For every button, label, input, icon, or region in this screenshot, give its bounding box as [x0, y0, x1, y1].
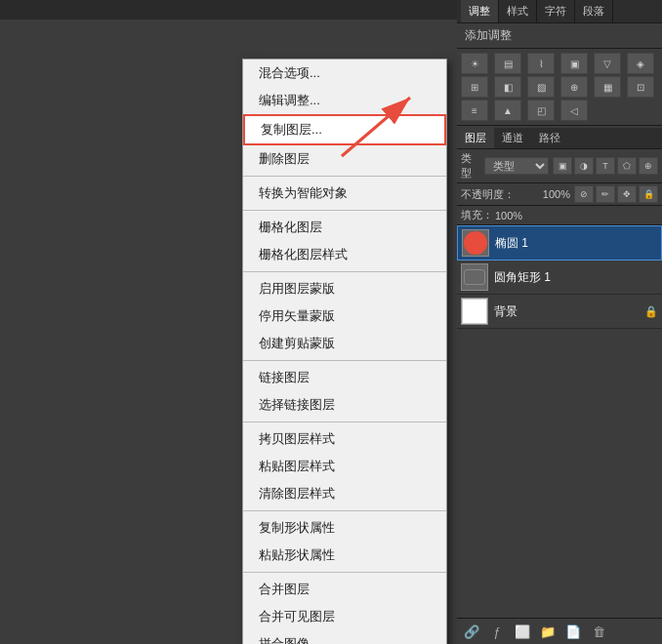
filter-pixel-icon[interactable]: ▣ [553, 157, 572, 175]
adj-levels-icon[interactable]: ▤ [494, 53, 521, 74]
panel-subtitle: 添加调整 [457, 23, 662, 49]
add-style-icon[interactable]: ƒ [486, 622, 508, 641]
tab-styles[interactable]: 样式 [499, 0, 537, 22]
adj-selectivecolor-icon[interactable]: ◁ [560, 100, 588, 121]
menu-separator [243, 271, 446, 272]
layer-item-roundrect[interactable]: 圆角矩形 1 [457, 261, 662, 295]
menu-separator [243, 572, 446, 573]
menu-item-粘贴形状属性[interactable]: 粘贴形状属性 [243, 542, 446, 569]
lock-position-icon[interactable]: ✥ [617, 185, 637, 203]
layers-section: 图层 通道 路径 类型 类型 ▣ ◑ T ⬠ ⊕ 不透明度： 100% ⊘ ✏ [457, 128, 662, 329]
adj-bw-icon[interactable]: ◧ [494, 76, 521, 98]
menu-item-编辑调整[interactable]: 编辑调整... [243, 87, 446, 114]
menu-item-栅格化图层样式[interactable]: 栅格化图层样式 [243, 241, 446, 268]
lock-transparent-icon[interactable]: ⊘ [574, 185, 594, 203]
delete-layer-icon[interactable]: 🗑 [588, 622, 609, 641]
menu-item-复制图层[interactable]: 复制图层... [243, 114, 446, 145]
layer-item-ellipse[interactable]: 椭圆 1 [457, 225, 662, 261]
menu-item-拷贝图层样式[interactable]: 拷贝图层样式 [243, 425, 446, 453]
layer-name-ellipse: 椭圆 1 [495, 235, 657, 252]
menu-item-混合选项[interactable]: 混合选项... [243, 60, 446, 87]
adj-photo-icon[interactable]: ▨ [527, 76, 555, 98]
menu-item-复制形状属性[interactable]: 复制形状属性 [243, 514, 446, 542]
tab-adjustments[interactable]: 调整 [461, 0, 499, 22]
menu-item-启用图层蒙版[interactable]: 启用图层蒙版 [243, 275, 446, 302]
layer-kind-row: 类型 类型 ▣ ◑ T ⬠ ⊕ [457, 149, 662, 183]
filter-type-icon[interactable]: T [596, 157, 615, 175]
menu-separator [243, 422, 446, 423]
adj-brightness-icon[interactable]: ☀ [461, 53, 488, 74]
fill-value: 100% [495, 210, 522, 221]
background-lock-icon: 🔒 [644, 305, 658, 318]
layer-kind-select[interactable]: 类型 [484, 157, 549, 175]
layer-thumb-background [461, 298, 488, 325]
opacity-row: 不透明度： 100% ⊘ ✏ ✥ 🔒 [457, 183, 662, 206]
link-layers-icon[interactable]: 🔗 [461, 622, 482, 641]
background-thumb-icon [462, 299, 487, 324]
adj-invert-icon[interactable]: ⊡ [627, 76, 654, 98]
adj-posterize-icon[interactable]: ≡ [461, 100, 488, 121]
menu-item-合并图层[interactable]: 合并图层 [243, 576, 446, 603]
adj-threshold-icon[interactable]: ▲ [494, 100, 521, 121]
menu-separator [243, 176, 446, 177]
menu-item-选择链接图层[interactable]: 选择链接图层 [243, 391, 446, 419]
tab-channels[interactable]: 通道 [494, 128, 531, 148]
tab-character[interactable]: 字符 [537, 0, 575, 22]
new-layer-icon[interactable]: 📄 [562, 622, 584, 641]
adjustments-icon-grid: ☀ ▤ ⌇ ▣ ▽ ◈ ⊞ ◧ ▨ ⊕ ▦ ⊡ ≡ ▲ ◰ ◁ [457, 49, 662, 126]
layer-thumb-ellipse [462, 229, 489, 257]
ellipse-shape-icon [464, 231, 487, 255]
adj-colorbal-icon[interactable]: ⊞ [461, 76, 488, 98]
menu-item-转换为智能对象[interactable]: 转换为智能对象 [243, 180, 446, 207]
menu-item-创建剪贴蒙版[interactable]: 创建剪贴蒙版 [243, 330, 446, 357]
menu-item-停用矢量蒙版[interactable]: 停用矢量蒙版 [243, 302, 446, 330]
menu-item-清除图层样式[interactable]: 清除图层样式 [243, 480, 446, 507]
menu-item-栅格化图层[interactable]: 栅格化图层 [243, 214, 446, 241]
roundrect-shape-icon [464, 269, 485, 285]
panel-tabs: 调整 样式 字符 段落 [457, 0, 662, 23]
adj-vibrance-icon[interactable]: ▽ [594, 53, 621, 74]
adj-curves-icon[interactable]: ⌇ [527, 53, 555, 74]
menu-item-拼合图像[interactable]: 拼合图像 [243, 630, 446, 644]
menu-item-链接图层[interactable]: 链接图层 [243, 364, 446, 391]
filter-smart-icon[interactable]: ⊕ [639, 157, 658, 175]
menu-item-粘贴图层样式[interactable]: 粘贴图层样式 [243, 453, 446, 480]
opacity-value: 100% [543, 188, 570, 200]
adj-colrlookup-icon[interactable]: ▦ [594, 76, 621, 98]
kind-label: 类型 [461, 151, 480, 181]
menu-separator [243, 210, 446, 211]
lock-brush-icon[interactable]: ✏ [596, 185, 615, 203]
filter-adjust-icon[interactable]: ◑ [574, 157, 594, 175]
top-toolbar [0, 0, 457, 20]
layers-bottom-toolbar: 🔗 ƒ ⬜ 📁 📄 🗑 [457, 618, 662, 644]
lock-all-icon[interactable]: 🔒 [639, 185, 658, 203]
new-group-icon[interactable]: 📁 [537, 622, 559, 641]
menu-item-删除图层[interactable]: 删除图层 [243, 145, 446, 173]
adj-hsl-icon[interactable]: ◈ [627, 53, 654, 74]
fill-label: 填充： [461, 208, 493, 222]
tab-layers[interactable]: 图层 [457, 128, 494, 148]
layer-item-background[interactable]: 背景 🔒 [457, 295, 662, 329]
right-panel: 调整 样式 字符 段落 添加调整 ☀ ▤ ⌇ ▣ ▽ ◈ ⊞ ◧ ▨ ⊕ ▦ ⊡… [457, 0, 662, 644]
adj-gradient-icon[interactable]: ◰ [527, 100, 555, 121]
opacity-label: 不透明度： [461, 187, 543, 202]
menu-separator [243, 510, 446, 511]
fill-row: 填充： 100% [457, 206, 662, 225]
layer-name-background: 背景 [494, 303, 644, 320]
layer-name-roundrect: 圆角矩形 1 [494, 269, 658, 286]
filter-shape-icon[interactable]: ⬠ [617, 157, 637, 175]
menu-item-合并可见图层[interactable]: 合并可见图层 [243, 603, 446, 630]
context-menu: 混合选项...编辑调整...复制图层...删除图层转换为智能对象栅格化图层栅格化… [242, 59, 447, 644]
menu-separator [243, 360, 446, 361]
adj-channelmix-icon[interactable]: ⊕ [560, 76, 588, 98]
tab-paths[interactable]: 路径 [531, 128, 568, 148]
add-mask-icon[interactable]: ⬜ [512, 622, 533, 641]
tab-paragraph[interactable]: 段落 [575, 0, 613, 22]
layer-thumb-roundrect [461, 263, 488, 291]
layers-panel-tabs: 图层 通道 路径 [457, 128, 662, 149]
adj-exposure-icon[interactable]: ▣ [560, 53, 588, 74]
